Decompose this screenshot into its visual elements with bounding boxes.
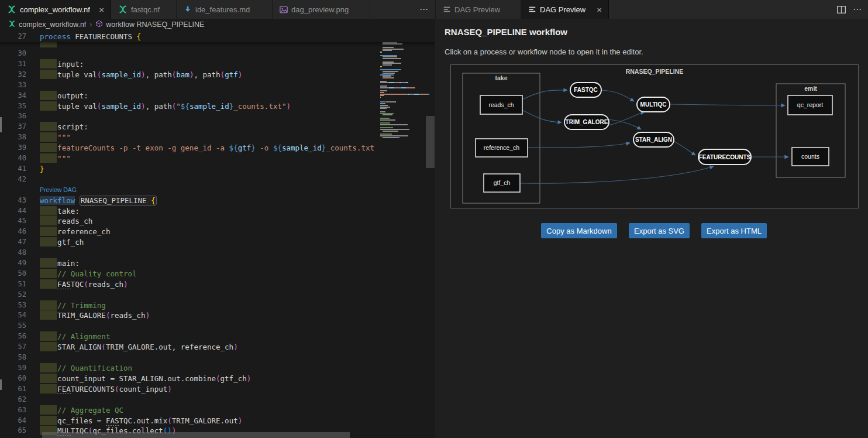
dag-node-TRIM_GALORE[interactable]: TRIM_GALORE xyxy=(564,115,609,129)
tab-fastqc-nf[interactable]: fastqc.nf xyxy=(111,0,177,19)
export-as-html-button[interactable]: Export as HTML xyxy=(701,223,767,238)
line-number: 41 xyxy=(0,165,26,173)
code-line-30[interactable]: 30 xyxy=(0,48,379,59)
minimap-line xyxy=(380,74,425,76)
minimap-line xyxy=(380,90,425,91)
tab-ide_features-md[interactable]: ide_features.md xyxy=(177,0,273,19)
close-tab-icon[interactable]: × xyxy=(97,5,106,14)
code-line-63[interactable]: 63 // Aggregate QC xyxy=(0,405,379,415)
code-line-60[interactable]: 60 count_input = STAR_ALIGN.out.combine(… xyxy=(0,373,379,384)
minimap-line xyxy=(380,118,425,119)
dag-title: RNASEQ_PIPELINE xyxy=(626,68,684,75)
svg-text:FEATURECOUNTS: FEATURECOUNTS xyxy=(699,154,751,160)
minimap-line xyxy=(380,124,425,125)
symbol-workflow-icon xyxy=(95,20,103,29)
tab-complex_workflow-nf-active[interactable]: complex_workflow.nf× xyxy=(0,0,111,19)
code-line-35[interactable]: 35 tuple val(sample_id), path("${sample_… xyxy=(0,101,379,111)
codelens-link[interactable]: Preview DAG xyxy=(40,186,77,193)
dag-node-qc_report[interactable]: qc_report xyxy=(788,95,832,115)
ide-window: complex_workflow.nf×fastqc.nfide_feature… xyxy=(0,0,868,438)
code-line-32[interactable]: 32 tuple val(sample_id), path(bam), path… xyxy=(0,69,379,80)
nextflow-icon xyxy=(7,5,16,14)
code-line-38[interactable]: 38 """ xyxy=(0,132,379,142)
more-actions-button[interactable]: ⋯ xyxy=(853,4,862,15)
split-editor-button[interactable] xyxy=(837,6,846,13)
minimap-line xyxy=(380,73,425,74)
minimap-line xyxy=(380,139,425,140)
code-line-47[interactable]: 47 gtf_ch xyxy=(0,237,379,247)
line-number: 31 xyxy=(0,60,26,68)
horizontal-scrollbar-thumb[interactable] xyxy=(42,432,350,438)
code-editor[interactable]: 3031 input:32 tuple val(sample_id), path… xyxy=(0,30,435,438)
code-line-34[interactable]: 34 output: xyxy=(0,90,379,101)
tab-dag-dag-preview-active[interactable]: DAG Preview× xyxy=(521,0,609,19)
minimap-line xyxy=(380,131,425,132)
dag-node-reads_ch[interactable]: reads_ch xyxy=(480,95,522,114)
dag-node-FASTQC[interactable]: FASTQC xyxy=(570,83,601,97)
code-line-48[interactable]: 48 xyxy=(0,247,379,258)
code-line-62[interactable]: 62 xyxy=(0,394,379,405)
svg-text:MULTIQC: MULTIQC xyxy=(640,101,667,108)
dag-node-reference_ch[interactable]: reference_ch xyxy=(476,139,528,157)
code-line-31[interactable]: 31 input: xyxy=(0,59,379,69)
codelens-preview-dag[interactable]: Preview DAG xyxy=(0,184,379,195)
breadcrumb-file[interactable]: complex_workflow.nf xyxy=(8,20,86,29)
code-line-33[interactable]: 33 xyxy=(0,80,379,90)
minimap-line xyxy=(380,81,425,82)
code-line-45[interactable]: 45 reads_ch xyxy=(0,215,379,226)
line-content: main: xyxy=(40,259,80,268)
code-line-54[interactable]: 54 TRIM_GALORE(reads_ch) xyxy=(0,310,379,320)
minimap[interactable] xyxy=(380,32,425,140)
minimap-line xyxy=(380,69,425,70)
tab-dag-dag-preview[interactable]: DAG Preview xyxy=(436,0,521,19)
code-line-59[interactable]: 59 // Quantification xyxy=(0,362,379,373)
dag-diagram: RNASEQ_PIPELINEtakeemitreads_chreference… xyxy=(450,64,859,208)
code-line-58[interactable]: 58 xyxy=(0,352,379,362)
nextflow-icon xyxy=(118,5,128,14)
code-line-44[interactable]: 44 take: xyxy=(0,206,379,216)
vertical-scrollbar-thumb[interactable] xyxy=(426,116,435,168)
close-tab-icon[interactable]: × xyxy=(595,5,604,14)
code-line-43[interactable]: 43workflow RNASEQ_PIPELINE { xyxy=(0,195,379,206)
dag-node-counts[interactable]: counts xyxy=(792,148,829,166)
code-line-49[interactable]: 49 main: xyxy=(0,258,379,268)
code-line-53[interactable]: 53 // Trimming xyxy=(0,300,379,310)
copy-as-markdown-button[interactable]: Copy as Markdown xyxy=(541,223,617,238)
dag-preview-panel: RNASEQ_PIPELINE workflow Click on a proc… xyxy=(435,19,868,438)
minimap-line xyxy=(380,85,425,87)
code-line-55[interactable]: 55 xyxy=(0,320,379,331)
code-line-40[interactable]: 40 """ xyxy=(0,153,379,163)
code-line-50[interactable]: 50 // Quality control xyxy=(0,268,379,279)
dag-node-STAR_ALIGN[interactable]: STAR_ALIGN xyxy=(633,132,674,147)
code-line-56[interactable]: 56 // Alignment xyxy=(0,331,379,341)
code-line-37[interactable]: 37 script: xyxy=(0,121,379,132)
breadcrumb-symbol[interactable]: workflow RNASEQ_PIPELINE xyxy=(95,20,204,29)
code-line-41[interactable]: 41} xyxy=(0,163,379,174)
code-line-61[interactable]: 61 FEATURECOUNTS(count_input) xyxy=(0,384,379,394)
line-content: tuple val(sample_id), path(bam), path(gt… xyxy=(40,70,242,79)
code-line-51[interactable]: 51 FASTQC(reads_ch) xyxy=(0,279,379,289)
code-line-46[interactable]: 46 reference_ch xyxy=(0,226,379,237)
minimap-line xyxy=(380,55,425,56)
code-line-36[interactable]: 36 xyxy=(0,111,379,121)
dag-node-MULTIQC[interactable]: MULTIQC xyxy=(637,97,670,112)
line-content: FASTQC(reads_ch) xyxy=(40,280,128,289)
line-number: 65 xyxy=(0,426,26,434)
dag-node-FEATURECOUNTS[interactable]: FEATURECOUNTS xyxy=(698,149,751,165)
panel-subtext: Click on a process or workflow node to o… xyxy=(445,47,643,56)
dag-node-gtf_ch[interactable]: gtf_ch xyxy=(484,174,520,192)
tab-dag_preview-png[interactable]: dag_preview.png xyxy=(273,0,370,19)
minimap-line xyxy=(380,63,425,64)
right-tab-group: DAG PreviewDAG Preview× xyxy=(436,0,609,19)
code-line-57[interactable]: 57 STAR_ALIGN(TRIM_GALORE.out, reference… xyxy=(0,341,379,352)
code-line-52[interactable]: 52 xyxy=(0,289,379,300)
code-line-42[interactable]: 42 xyxy=(0,174,379,184)
line-content: // Quality control xyxy=(40,269,137,278)
sticky-scroll-line[interactable]: 27process FEATURECOUNTS { xyxy=(0,30,435,42)
line-content: workflow RNASEQ_PIPELINE { xyxy=(40,196,157,205)
more-tabs-button[interactable]: ⋯ xyxy=(415,0,433,19)
minimap-line xyxy=(380,87,425,88)
code-line-64[interactable]: 64 qc_files = FASTQC.out.mix(TRIM_GALORE… xyxy=(0,415,379,426)
code-line-39[interactable]: 39 featureCounts -p -t exon -g gene_id -… xyxy=(0,142,379,153)
export-as-svg-button[interactable]: Export as SVG xyxy=(629,223,690,238)
